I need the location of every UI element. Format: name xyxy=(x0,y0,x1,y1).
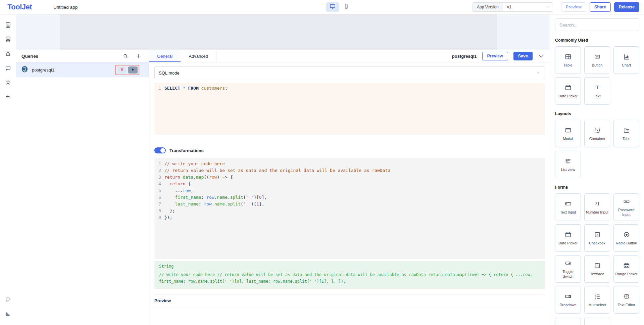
query-preview-button[interactable]: Preview xyxy=(482,52,508,60)
chat-icon[interactable] xyxy=(2,294,14,305)
share-button[interactable]: Share xyxy=(590,2,611,12)
list-view-icon xyxy=(564,157,572,165)
settings-icon[interactable] xyxy=(2,77,14,88)
table-icon xyxy=(564,53,572,61)
widget-card-date-picker[interactable]: Date Picker xyxy=(555,224,581,252)
delete-query-button[interactable] xyxy=(117,66,127,74)
query-panel: Queries postgresql1 xyxy=(16,50,550,325)
textarea-icon: T xyxy=(594,262,601,270)
release-button[interactable]: Release xyxy=(614,2,639,12)
query-row-actions-highlight xyxy=(115,65,139,75)
preview-button[interactable]: Preview xyxy=(561,2,586,12)
widget-label: Tabs xyxy=(623,137,630,141)
widget-card-button[interactable]: OK Button xyxy=(584,46,610,74)
widget-label: Button xyxy=(592,63,603,68)
transformation-result-box: String // write your code here // return… xyxy=(154,261,545,289)
widget-label: Multiselect xyxy=(589,303,606,308)
widget-card-password-input[interactable]: ** Password Input xyxy=(613,193,639,221)
widget-card-text-input[interactable]: Text Input xyxy=(555,193,581,221)
widget-card-list-view[interactable]: List view xyxy=(555,151,581,178)
undo-icon[interactable] xyxy=(2,91,14,103)
chevron-down-icon xyxy=(545,4,550,10)
mobile-view-button[interactable] xyxy=(340,2,353,12)
widget-card-range-picker[interactable]: Range Picker xyxy=(613,255,639,283)
section-title: Forms xyxy=(555,185,639,190)
toggle-icon xyxy=(564,259,572,267)
widget-label: Radio Button xyxy=(616,241,637,246)
widget-card-table[interactable]: Table xyxy=(555,46,581,74)
widget-search-input[interactable] xyxy=(555,18,639,31)
postgresql-icon xyxy=(21,65,29,75)
comments-icon[interactable] xyxy=(2,62,14,74)
code-line: 1SELECT * FROM customers; xyxy=(154,85,545,92)
button-ok-icon: OK xyxy=(594,53,601,61)
widget-card-text-editor[interactable]: T Text Editor xyxy=(613,286,639,314)
container-icon xyxy=(594,126,601,134)
widget-card-container[interactable]: Container xyxy=(584,120,610,147)
chevron-down-icon xyxy=(536,70,541,76)
widget-card-textarea[interactable]: T Textarea xyxy=(584,255,610,283)
transformations-row: Transformations xyxy=(154,147,545,153)
add-query-icon[interactable] xyxy=(135,53,142,59)
mobile-icon xyxy=(343,3,349,11)
code-line: 6 first_name: row.name.split(' ')[0], xyxy=(154,194,545,201)
sql-mode-select[interactable]: SQL mode xyxy=(154,66,545,79)
text-input-icon xyxy=(564,200,572,208)
collapse-editor-chevron-icon[interactable] xyxy=(538,53,545,59)
play-icon xyxy=(131,67,135,73)
result-type-label: String xyxy=(159,264,540,269)
section-title: Commonly Used xyxy=(555,38,639,43)
modal-icon xyxy=(564,126,572,134)
app-title[interactable]: Untitled app xyxy=(53,5,78,10)
tab-general[interactable]: General xyxy=(149,50,181,62)
run-query-button[interactable] xyxy=(128,66,138,74)
widget-card-chart[interactable]: Chart xyxy=(613,46,639,74)
transformations-toggle[interactable] xyxy=(154,147,166,153)
widget-label: Date Picker xyxy=(558,241,578,246)
desktop-view-button[interactable] xyxy=(326,2,339,12)
app-canvas[interactable] xyxy=(60,14,497,50)
query-row-postgresql1[interactable]: postgresql1 xyxy=(16,62,149,77)
widget-card-file[interactable] xyxy=(584,317,610,325)
widget-card-date-picker[interactable]: Date Picker xyxy=(555,77,581,105)
query-save-button[interactable]: Save xyxy=(513,52,533,60)
widget-label: Text Editor xyxy=(618,303,635,308)
widget-section-forms: Forms Text Input 2 Number Input ** Passw… xyxy=(555,185,639,325)
tabs-icon xyxy=(623,126,630,134)
topbar-actions: App Version v1 Preview Share Release xyxy=(473,2,639,12)
transformation-code-editor[interactable]: 1// write your code here2// return value… xyxy=(154,158,545,259)
number-input-icon: 2 xyxy=(594,200,601,208)
range-picker-icon xyxy=(623,262,630,270)
widget-card-tabs[interactable]: Tabs xyxy=(613,120,639,147)
app-version-select[interactable]: v1 xyxy=(503,2,553,12)
widget-card-modal[interactable]: Modal xyxy=(555,120,581,147)
debugger-icon[interactable] xyxy=(2,48,14,59)
database-icon[interactable] xyxy=(2,34,14,45)
widget-card-number-input[interactable]: 2 Number Input xyxy=(584,193,610,221)
tab-advanced[interactable]: Advanced xyxy=(181,50,216,62)
pages-icon[interactable] xyxy=(2,19,14,31)
widget-card-radio-button[interactable]: Radio Button xyxy=(613,224,639,252)
widget-card-dropdown[interactable]: Dropdown xyxy=(555,286,581,314)
widget-card-multiselect[interactable]: Multiselect xyxy=(584,286,610,314)
widget-card-toggle-switch[interactable]: Toggle Switch xyxy=(555,255,581,283)
widget-card-text[interactable]: T Text xyxy=(584,77,610,105)
search-queries-icon[interactable] xyxy=(122,53,129,59)
section-title: Layouts xyxy=(555,111,639,116)
top-bar: ToolJet Untitled app App Version v1 Prev… xyxy=(0,0,644,14)
center-column: Queries postgresql1 xyxy=(16,14,550,325)
tooljet-logo: ToolJet xyxy=(7,3,32,11)
widget-label: Range Picker xyxy=(615,272,637,277)
chart-icon xyxy=(623,53,630,61)
widget-card-star[interactable] xyxy=(555,317,581,325)
svg-text:T: T xyxy=(596,263,598,266)
preview-section-label: Preview xyxy=(154,298,171,303)
widget-label: Chart xyxy=(622,63,631,68)
sql-code-editor[interactable]: 1SELECT * FROM customers; xyxy=(154,83,545,135)
app-canvas-strip xyxy=(16,14,550,50)
query-name-label: postgresql1 xyxy=(452,54,477,59)
widget-card-checkbox[interactable]: Checkbox xyxy=(584,224,610,252)
desktop-icon xyxy=(330,3,336,11)
dark-mode-icon[interactable] xyxy=(2,308,14,320)
widget-label: Dropdown xyxy=(559,303,576,308)
